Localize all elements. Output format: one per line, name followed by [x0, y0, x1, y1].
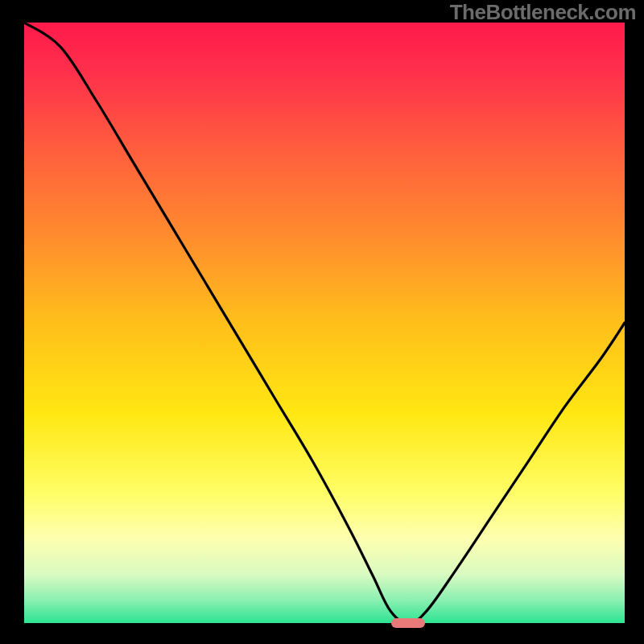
watermark-text: TheBottleneck.com	[450, 0, 636, 25]
chart-gradient-background	[24, 23, 625, 623]
bottleneck-chart	[0, 0, 644, 644]
optimal-point-marker	[391, 618, 425, 628]
